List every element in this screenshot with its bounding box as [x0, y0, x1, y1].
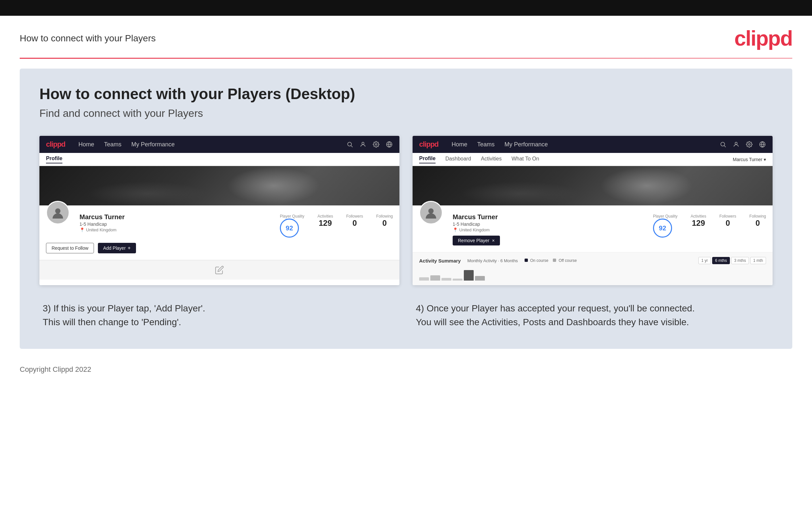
remove-player-button[interactable]: Remove Player ×: [453, 236, 500, 245]
right-location-pin-icon: 📍: [453, 227, 458, 232]
right-quality-circle: 92: [653, 219, 672, 238]
left-avatar-wrap: Marcus Turner 1-5 Handicap 📍 United King…: [46, 211, 393, 238]
header-title: How to connect with your Players: [20, 33, 156, 44]
right-stats-row: Player Quality 92 Activities 129 Followe…: [653, 214, 766, 238]
right-nav-teams[interactable]: Teams: [477, 141, 495, 148]
right-avatar: [419, 201, 443, 224]
right-search-icon[interactable]: [719, 141, 726, 148]
left-nav-teams[interactable]: Teams: [104, 141, 121, 148]
main-subheading: Find and connect with your Players: [39, 107, 773, 119]
left-hero-overlay: [39, 166, 399, 206]
main-heading: How to connect with your Players (Deskto…: [39, 85, 773, 103]
tab-what-to-on[interactable]: What To On: [511, 156, 539, 163]
svg-line-8: [724, 146, 726, 147]
screenshot-left: clippd Home Teams My Performance: [39, 136, 399, 285]
left-nav-icons: [346, 141, 393, 148]
right-hero: [413, 166, 773, 206]
copyright-text: Copyright Clippd 2022: [20, 365, 91, 374]
right-stat-following: Following 0: [749, 214, 766, 238]
left-stat-activities: Activities 129: [318, 214, 333, 238]
right-profile: Marcus Turner 1-5 Handicap 📍 United King…: [413, 206, 773, 252]
chart-bar-3: [442, 278, 451, 281]
left-stat-quality: Player Quality 92: [280, 214, 305, 238]
svg-point-9: [735, 142, 738, 145]
right-nav-home[interactable]: Home: [452, 141, 467, 148]
description-left: 3) If this is your Player tap, 'Add Play…: [39, 301, 399, 329]
header: How to connect with your Players clippd: [0, 16, 812, 52]
tab-user-dropdown[interactable]: Marcus Turner ▾: [733, 157, 766, 162]
period-6mths-button[interactable]: 6 mths: [712, 257, 730, 264]
right-hero-overlay: [413, 166, 773, 206]
right-user-icon[interactable]: [732, 141, 740, 148]
descriptions-row: 3) If this is your Player tap, 'Add Play…: [39, 301, 773, 329]
location-pin-icon: 📍: [80, 227, 85, 232]
period-3mths-button[interactable]: 3 mths: [731, 257, 749, 264]
top-bar: [0, 0, 812, 16]
left-hero: [39, 166, 399, 206]
legend-on-dot: [524, 259, 528, 262]
tab-dashboard[interactable]: Dashboard: [445, 156, 471, 163]
globe-icon[interactable]: [386, 141, 393, 148]
svg-point-3: [375, 144, 377, 146]
left-nav: clippd Home Teams My Performance: [39, 136, 399, 153]
activity-header: Activity Summary Monthly Activity · 6 Mo…: [419, 257, 766, 264]
right-player-info: Marcus Turner 1-5 Handicap 📍 United King…: [453, 211, 643, 245]
legend-off-course: Off course: [553, 258, 576, 263]
right-avatar-wrap: Marcus Turner 1-5 Handicap 📍 United King…: [419, 211, 766, 245]
tab-profile-left[interactable]: Profile: [46, 156, 62, 163]
right-player-location: 📍 United Kingdom: [453, 227, 643, 232]
right-nav-performance[interactable]: My Performance: [505, 141, 548, 148]
svg-point-0: [348, 142, 351, 146]
screenshot-right: clippd Home Teams My Performance: [413, 136, 773, 285]
left-stat-following: Following 0: [376, 214, 393, 238]
left-nav-home[interactable]: Home: [79, 141, 94, 148]
right-player-handicap: 1-5 Handicap: [453, 222, 643, 227]
right-remove-action: Remove Player ×: [453, 236, 643, 245]
tab-activities[interactable]: Activities: [481, 156, 502, 163]
chart-bar-2: [430, 275, 440, 281]
chart-bar-6: [475, 276, 485, 281]
description-left-text: 3) If this is your Player tap, 'Add Play…: [43, 301, 396, 329]
right-player-name: Marcus Turner: [453, 213, 643, 221]
right-globe-icon[interactable]: [759, 141, 766, 148]
legend-off-dot: [553, 259, 556, 262]
activity-legend: On course Off course: [524, 258, 577, 263]
svg-line-1: [351, 146, 353, 147]
left-bottom-area: [39, 260, 399, 280]
period-1yr-button[interactable]: 1 yr: [698, 257, 711, 264]
period-1mth-button[interactable]: 1 mth: [750, 257, 766, 264]
left-player-info: Marcus Turner 1-5 Handicap 📍 United King…: [80, 211, 270, 232]
request-follow-button[interactable]: Request to Follow: [46, 243, 94, 253]
left-tabs: Profile: [39, 153, 399, 166]
left-actions: Request to Follow Add Player +: [46, 243, 393, 253]
activity-chart: [419, 268, 766, 281]
left-nav-performance[interactable]: My Performance: [132, 141, 175, 148]
legend-on-course: On course: [524, 258, 549, 263]
svg-point-6: [55, 208, 60, 214]
svg-point-13: [428, 208, 434, 214]
tab-profile-right[interactable]: Profile: [419, 156, 436, 163]
chevron-down-icon: ▾: [764, 157, 766, 162]
left-profile: Marcus Turner 1-5 Handicap 📍 United King…: [39, 206, 399, 260]
main-content: How to connect with your Players (Deskto…: [20, 69, 792, 349]
right-nav: clippd Home Teams My Performance: [413, 136, 773, 153]
right-settings-icon[interactable]: [746, 141, 753, 148]
footer: Copyright Clippd 2022: [0, 359, 812, 380]
chart-bar-5: [464, 270, 474, 281]
svg-point-7: [721, 142, 725, 146]
left-stats-row: Player Quality 92 Activities 129 Followe…: [280, 214, 393, 238]
settings-icon[interactable]: [372, 141, 380, 148]
left-player-name: Marcus Turner: [80, 213, 270, 221]
chart-bar-4: [453, 279, 462, 281]
left-player-location: 📍 United Kingdom: [80, 227, 270, 232]
right-tabs: Profile Dashboard Activities What To On …: [413, 153, 773, 166]
description-right-text: 4) Once your Player has accepted your re…: [416, 301, 769, 329]
search-icon[interactable]: [346, 141, 353, 148]
description-right: 4) Once your Player has accepted your re…: [413, 301, 773, 329]
add-player-button[interactable]: Add Player +: [98, 243, 136, 253]
left-stat-followers: Followers 0: [346, 214, 363, 238]
left-avatar: [46, 201, 70, 224]
x-icon: ×: [492, 238, 495, 243]
user-icon[interactable]: [359, 141, 367, 148]
left-player-handicap: 1-5 Handicap: [80, 222, 270, 227]
